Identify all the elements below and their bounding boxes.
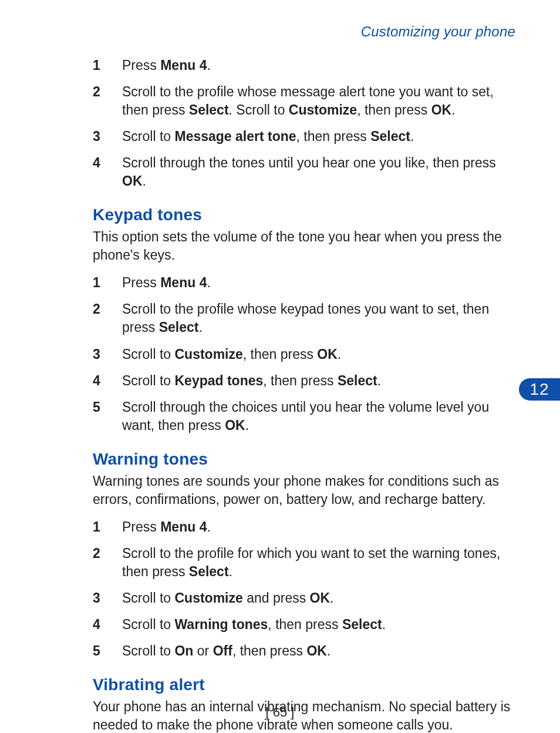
- list-item: 5 Scroll through the choices until you h…: [93, 398, 515, 435]
- list-item: 1 Press Menu 4.: [93, 56, 515, 75]
- list-item: 4 Scroll through the tones until you hea…: [93, 154, 515, 190]
- step-text: Scroll through the choices until you hea…: [122, 398, 515, 435]
- step-text: Scroll to On or Off, then press OK.: [122, 642, 515, 660]
- step-text: Scroll to Customize, then press OK.: [122, 345, 515, 364]
- step-text: Scroll to the profile for which you want…: [122, 544, 515, 581]
- step-number: 4: [93, 372, 122, 390]
- list-item: 1 Press Menu 4.: [93, 274, 515, 292]
- page-content: Customizing your phone 1 Press Menu 4. 2…: [93, 23, 515, 733]
- step-text: Scroll to Message alert tone, then press…: [122, 127, 515, 146]
- list-item: 3 Scroll to Customize and press OK.: [93, 589, 515, 607]
- heading-keypad-tones: Keypad tones: [93, 206, 515, 224]
- step-text: Scroll to the profile whose message aler…: [122, 83, 515, 119]
- step-text: Press Menu 4.: [122, 274, 515, 292]
- step-number: 3: [93, 589, 122, 607]
- step-number: 3: [93, 345, 122, 364]
- step-text: Scroll to the profile whose keypad tones…: [122, 300, 515, 337]
- step-text: Scroll to Customize and press OK.: [122, 589, 515, 607]
- step-text: Press Menu 4.: [122, 518, 515, 536]
- step-number: 2: [93, 544, 122, 563]
- step-number: 4: [93, 616, 122, 634]
- warning-tones-description: Warning tones are sounds your phone make…: [93, 472, 515, 509]
- list-item: 1 Press Menu 4.: [93, 518, 515, 536]
- step-text: Scroll to Keypad tones, then press Selec…: [122, 372, 515, 390]
- page-number: [ 65 ]: [0, 705, 560, 720]
- list-item: 3 Scroll to Customize, then press OK.: [93, 345, 515, 364]
- list-item: 4 Scroll to Keypad tones, then press Sel…: [93, 372, 515, 390]
- chapter-tab: 12: [519, 378, 560, 401]
- keypad-tones-description: This option sets the volume of the tone …: [93, 228, 515, 264]
- running-head: Customizing your phone: [93, 23, 515, 40]
- step-number: 2: [93, 83, 122, 101]
- step-text: Scroll to Warning tones, then press Sele…: [122, 616, 515, 634]
- step-number: 1: [93, 56, 122, 75]
- step-number: 1: [93, 274, 122, 292]
- step-text: Scroll through the tones until you hear …: [122, 154, 515, 190]
- step-number: 3: [93, 127, 122, 146]
- list-item: 5 Scroll to On or Off, then press OK.: [93, 642, 515, 660]
- step-number: 1: [93, 518, 122, 536]
- step-number: 4: [93, 154, 122, 172]
- heading-vibrating-alert: Vibrating alert: [93, 675, 515, 694]
- step-number: 5: [93, 642, 122, 660]
- list-item: 2 Scroll to the profile whose keypad ton…: [93, 300, 515, 337]
- list-item: 3 Scroll to Message alert tone, then pre…: [93, 127, 515, 146]
- list-item: 2 Scroll to the profile for which you wa…: [93, 544, 515, 581]
- heading-warning-tones: Warning tones: [93, 450, 515, 469]
- step-number: 2: [93, 300, 122, 318]
- keypad-tones-steps: 1 Press Menu 4. 2 Scroll to the profile …: [93, 274, 515, 434]
- step-number: 5: [93, 398, 122, 416]
- step-text: Press Menu 4.: [122, 56, 515, 75]
- warning-tones-steps: 1 Press Menu 4. 2 Scroll to the profile …: [93, 518, 515, 660]
- list-item: 4 Scroll to Warning tones, then press Se…: [93, 616, 515, 634]
- list-item: 2 Scroll to the profile whose message al…: [93, 83, 515, 119]
- message-alert-steps: 1 Press Menu 4. 2 Scroll to the profile …: [93, 56, 515, 190]
